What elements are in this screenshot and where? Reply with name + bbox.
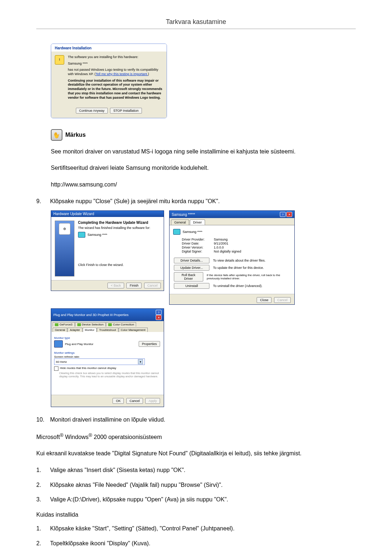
note-paragraph-1: See monitori draiver on varustatud MS-i …: [51, 147, 356, 156]
os-line-win: Windows: [64, 434, 89, 440]
tab-devsel-label: Device Selection: [82, 323, 104, 326]
monitor-cancel-button[interactable]: Cancel: [126, 398, 143, 404]
tab-troubleshoot[interactable]: Troubleshoot: [97, 328, 118, 332]
wizard-side-graphic: ⚙: [55, 221, 74, 276]
hw-line2b: ): [148, 72, 149, 76]
os-line-ms: Microsoft: [36, 434, 60, 440]
hw-line1: The software you are installing for this…: [68, 55, 163, 59]
tab-color-correction[interactable]: Color Correction: [106, 322, 136, 327]
driver-close-button[interactable]: Close: [257, 297, 271, 303]
monitor-ok-button[interactable]: OK: [113, 398, 124, 404]
tab-driver[interactable]: Driver: [190, 219, 205, 225]
wizard-finish-button[interactable]: Finish: [126, 283, 142, 288]
nvidia-icon: [77, 323, 81, 326]
driver-details-button[interactable]: Driver Details...: [174, 258, 209, 263]
step-10-number: 10.: [36, 414, 45, 425]
tab-device-selection[interactable]: Device Selection: [75, 322, 106, 327]
dialog-title: Hardware Installation: [51, 44, 167, 52]
how-to-install-heading: Kuidas installida: [36, 512, 356, 518]
monitor-settings-group-label: Monitor settings: [54, 351, 161, 354]
hide-modes-row: Hide modes that this monitor cannot disp…: [54, 366, 161, 371]
tab-geforce3[interactable]: GeForce3: [53, 322, 75, 327]
list-a-num-1: 1.: [36, 465, 45, 476]
close-icon[interactable]: ✕: [156, 315, 162, 320]
tab-colorcorr-label: Color Correction: [113, 323, 134, 326]
header-divider: [36, 29, 356, 29]
os-line: Microsoft® Windows® 2000 operatsioonisüs…: [36, 431, 356, 442]
monitor-properties-button[interactable]: Properties: [139, 341, 160, 347]
tab-monitor[interactable]: Monitor: [83, 328, 97, 332]
monitor-type-group-label: Monitor type: [54, 336, 161, 340]
wizard-device: Samsung ****: [87, 233, 107, 237]
list-a: 1.Valige aknas "Insert disk" (Sisesta ke…: [36, 465, 356, 505]
wizard-and-driver-row: Hardware Update Wizard ⚙ Completing the …: [51, 210, 356, 305]
rollback-driver-button[interactable]: Roll Back Driver: [174, 272, 203, 282]
note-icon: ✋: [51, 129, 62, 141]
date-value: 9/11/2001: [214, 242, 228, 245]
monitor-icon: [54, 340, 63, 348]
continue-anyway-button[interactable]: Continue Anyway: [76, 108, 108, 114]
help-icon[interactable]: ?: [280, 212, 286, 217]
list-b-text-2: Topeltklõpsake ikooni "Display" (Kuva).: [50, 538, 150, 549]
wizard-footer: < Back Finish Cancel: [51, 280, 164, 291]
list-a-num-2: 2.: [36, 480, 45, 491]
monitor-tabs-row-1: GeForce3 Device Selection Color Correcti…: [51, 321, 164, 327]
wizard-finish-hint: Click Finish to close the wizard.: [78, 263, 150, 267]
step-9-item: 9. Klõpsake nuppu "Close" (Sule) ja seej…: [36, 196, 356, 207]
window-buttons: ? ✕: [280, 212, 292, 217]
wizard-title: Hardware Update Wizard: [51, 211, 164, 217]
list-b-num-1: 1.: [36, 523, 45, 534]
driver-title-text: Samsung *****: [172, 213, 195, 217]
close-icon[interactable]: ✕: [286, 212, 292, 217]
step-9-number: 9.: [36, 196, 45, 207]
list-a-item-2: 2.Klõpsake aknas "File Needed" (Vajalik …: [36, 480, 356, 491]
tab-general[interactable]: General: [171, 219, 189, 225]
list-b-text-1: Klõpsake käske "Start", "Setting" (Sätte…: [50, 523, 234, 534]
tab-general[interactable]: General: [53, 328, 67, 332]
list-a-text-3: Valige A:(D:\Driver), klõpsake nuppu "Op…: [50, 494, 228, 505]
wizard-back-button: < Back: [107, 283, 124, 288]
page-header-title: Tarkvara kasutamine: [36, 18, 356, 26]
driver-details-desc: To view details about the driver files.: [213, 259, 266, 262]
date-label: Driver Date:: [182, 242, 214, 245]
tab-color-management[interactable]: Color Management: [119, 328, 148, 332]
provider-label: Driver Provider:: [182, 238, 214, 241]
monitor-body: Monitor type Plug and Play Monitor Prope…: [51, 332, 164, 395]
chevron-down-icon: ▾: [138, 359, 143, 364]
hide-modes-label: Hide modes that this monitor cannot disp…: [60, 366, 116, 370]
list-b: 1.Klõpsake käske "Start", "Setting" (Sät…: [36, 523, 356, 549]
tab-adapter[interactable]: Adapter: [68, 328, 82, 332]
driver-body: Samsung **** Driver Provider:Samsung Dri…: [170, 225, 294, 294]
logo-testing-link[interactable]: Tell me why this testing is important.: [95, 72, 148, 76]
note-paragraph-2: Sertifitseeritud draiveri leiate Samsung…: [51, 163, 356, 173]
note-url: http://www.samsung.com/: [51, 180, 356, 189]
monitor-icon: [173, 229, 180, 235]
registered-mark-1: ®: [60, 432, 64, 438]
refresh-rate-label: Screen refresh rate:: [54, 355, 161, 358]
wizard-device-icon: ⚙: [59, 223, 70, 235]
update-driver-button[interactable]: Update Driver...: [174, 265, 209, 271]
version-value: 1.0.0.0: [214, 246, 224, 249]
dialog-text: The software you are installing for this…: [68, 55, 163, 102]
hide-modes-checkbox[interactable]: [54, 366, 58, 371]
help-icon[interactable]: ?: [156, 310, 162, 315]
window-buttons: ? ✕: [156, 310, 162, 320]
refresh-rate-value: 60 Hertz: [56, 360, 67, 364]
stop-installation-button[interactable]: STOP Installation: [110, 108, 142, 114]
uninstall-driver-desc: To uninstall the driver (Advanced).: [213, 284, 262, 288]
update-driver-desc: To update the driver for this device.: [213, 266, 264, 270]
driver-footer: Close Cancel: [170, 294, 294, 306]
registered-mark-2: ®: [89, 432, 92, 438]
nvidia-icon: [55, 323, 58, 326]
driver-properties-dialog: Samsung ***** ? ✕ General Driver Samsung…: [169, 210, 295, 305]
content-indent-2: Hardware Update Wizard ⚙ Completing the …: [51, 210, 356, 407]
step-10-item: 10. Monitori draiveri installimine on lõ…: [36, 414, 356, 425]
hide-modes-description: Clearing this check box allows you to se…: [54, 372, 161, 378]
list-a-text-1: Valige aknas "Insert disk" (Sisesta keta…: [50, 465, 185, 476]
tab-geforce3-label: GeForce3: [60, 323, 73, 326]
refresh-rate-select[interactable]: 60 Hertz ▾: [54, 358, 145, 365]
monitor-name: Plug and Play Monitor: [65, 342, 93, 346]
document-page: Tarkvara kasutamine Hardware Installatio…: [0, 0, 392, 554]
uninstall-driver-button[interactable]: Uninstall: [174, 283, 209, 289]
hardware-installation-dialog: Hardware Installation ! The software you…: [51, 44, 167, 118]
